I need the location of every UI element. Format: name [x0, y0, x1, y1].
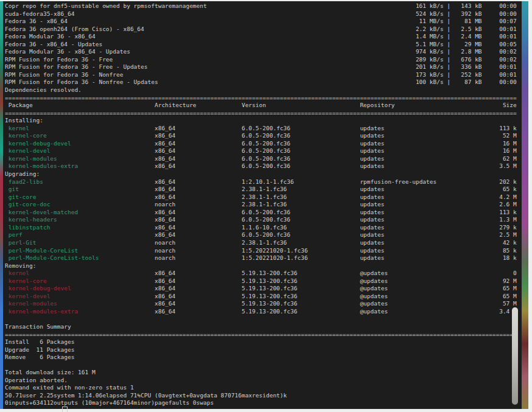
package-row-details: x86_64 5.19.13-200.fc36 @updates 65 M: [71, 285, 517, 292]
download-line: Fedora Modular 36 - x86_64 1.4 MB/s | 2.…: [5, 33, 522, 41]
package-row-details: x86_64 6.0.5-200.fc36 updates 62 M: [57, 155, 517, 162]
package-row-details: noarch 2.38.1-1.fc36 updates 2.6 M: [50, 201, 516, 208]
summary-count-line: Install 6 Packages: [5, 338, 522, 346]
package-row-details: x86_64 6.0.5-200.fc36 updates 2.5 M: [23, 231, 517, 238]
package-row-details: x86_64 1:2.10.1-1.fc36 rpmfusion-free-up…: [43, 178, 517, 185]
package-name: perl-Git: [5, 239, 36, 246]
package-row: kernel x86_64 6.0.5-200.fc36 updates 113…: [5, 125, 522, 133]
package-row: kernel-modules x86_64 6.0.5-200.fc36 upd…: [5, 155, 522, 163]
package-name: perf: [5, 231, 23, 238]
package-row-details: x86_64 6.0.5-200.fc36 updates 1.3 M: [57, 216, 517, 223]
package-row-details: x86_64 5.19.13-200.fc36 @updates 3.4 M: [78, 308, 517, 315]
package-name: kernel-debug-devel: [5, 140, 71, 147]
package-row: kernel-devel-matched x86_64 6.0.5-200.fc…: [5, 209, 522, 217]
package-name: kernel-modules-extra: [5, 162, 78, 169]
separator-line: ========================================…: [5, 110, 522, 117]
package-row-details: x86_64 6.0.5-200.fc36 updates 52 M: [47, 132, 517, 139]
download-line: RPM Fusion for Fedora 36 - Free 289 kB/s…: [5, 56, 522, 64]
package-name: kernel-modules-extra: [5, 308, 78, 315]
terminal-window[interactable]: Copr repo for dnf5-unstable owned by rpm…: [0, 1, 528, 409]
download-line: Copr repo for dnf5-unstable owned by rpm…: [5, 2, 522, 10]
package-name: kernel-core: [5, 278, 47, 284]
footer-line: 0inputs+634112outputs (10major+467164min…: [5, 399, 522, 407]
download-line: cuda-fedora35-x86_64 524 kB/s | 392 kB 0…: [5, 10, 522, 18]
package-name: kernel-headers: [5, 216, 57, 223]
package-row-details: noarch 2.38.1-1.fc36 updates 42 k: [36, 239, 516, 246]
blank-line: [5, 315, 522, 323]
download-line: Fedora 36 - x86_64 - Updates 5.1 MB/s | …: [5, 41, 522, 49]
download-line: RPM Fusion for Fedora 36 - Nonfree - Upd…: [5, 79, 522, 86]
package-name: faad2-libs: [5, 178, 43, 185]
package-row-details: x86_64 6.0.5-200.fc36 updates 113 k: [78, 209, 517, 215]
package-row-details: x86_64 6.0.5-200.fc36 updates 16 M: [50, 147, 516, 154]
package-name: perl-Module-CoreList: [5, 247, 78, 254]
package-row-details: x86_64 5.19.13-200.fc36 @updates 92 M: [47, 278, 517, 284]
package-name: kernel-debug-devel: [5, 285, 71, 292]
package-name: kernel-modules: [5, 300, 57, 307]
package-row: perl-Module-CoreList-tools noarch 1:5.20…: [5, 254, 522, 262]
download-line: Fedora 36 - x86_64 11 MB/s | 81 MB 00:07: [5, 18, 522, 26]
download-line: Fedora Modular 36 - x86_64 - Updates 974…: [5, 48, 522, 56]
package-row: kernel-debug-devel x86_64 6.0.5-200.fc36…: [5, 140, 522, 148]
section-label-line: Upgrading:: [5, 170, 522, 178]
separator-line: ========================================…: [5, 94, 522, 102]
package-name: perl-Module-CoreList-tools: [5, 254, 99, 261]
scrollbar-thumb[interactable]: [512, 307, 518, 405]
footer-line: 50.71user 2.25system 1:14.06elapsed 71%C…: [5, 392, 522, 400]
package-row-details: x86_64 6.0.5-200.fc36 updates 3.5 M: [78, 162, 517, 169]
package-row-details: x86_64 5.19.13-200.fc36 @updates 0: [29, 270, 517, 276]
package-row: git-core-doc noarch 2.38.1-1.fc36 update…: [5, 201, 522, 209]
package-row-details: x86_64 6.0.5-200.fc36 updates 113 k: [29, 125, 517, 131]
terminal-cursor: [62, 407, 68, 412]
package-row: kernel-debug-devel x86_64 5.19.13-200.fc…: [5, 285, 522, 293]
package-row-details: x86_64 5.19.13-200.fc36 @updates 57 M: [57, 300, 517, 307]
package-row-details: x86_64 2.38.1-1.fc36 updates 4.2 M: [36, 194, 516, 200]
download-line: RPM Fusion for Fedora 36 - Nonfree 173 k…: [5, 71, 522, 79]
package-row: git x86_64 2.38.1-1.fc36 updates 65 k: [5, 186, 522, 194]
window-edge-right: [522, 1, 528, 409]
package-row: perf x86_64 6.0.5-200.fc36 updates 2.5 M: [5, 231, 522, 239]
table-header-line: Package Architecture Version Repository …: [5, 102, 522, 110]
package-name: libinstpatch: [5, 224, 50, 231]
package-row-details: x86_64 2.38.1-1.fc36 updates 65 k: [19, 186, 517, 192]
package-row: kernel-core x86_64 6.0.5-200.fc36 update…: [5, 132, 522, 140]
footer-line: Command exited with non-zero status 1: [5, 384, 522, 392]
blank-line: [5, 361, 522, 369]
package-name: git-core: [5, 194, 36, 200]
footer-line: Operation aborted.: [5, 377, 522, 385]
package-row: kernel x86_64 5.19.13-200.fc36 @updates …: [5, 270, 522, 278]
footer-line: Total download size: 161 M: [5, 369, 522, 377]
package-name: kernel: [5, 125, 29, 131]
package-row-details: noarch 1:5.20221020-1.fc36 updates 18 k: [99, 254, 516, 261]
section-label-line: Removing:: [5, 262, 522, 270]
desktop-background: Copr repo for dnf5-unstable owned by rpm…: [0, 0, 532, 412]
package-row-details: noarch 1:5.20221020-1.fc36 updates 85 k: [78, 247, 517, 254]
package-row: faad2-libs x86_64 1:2.10.1-1.fc36 rpmfus…: [5, 178, 522, 186]
package-row-details: x86_64 5.19.13-200.fc36 @updates 65 M: [50, 293, 516, 299]
package-name: kernel-devel: [5, 293, 50, 299]
package-row: kernel-modules-extra x86_64 6.0.5-200.fc…: [5, 162, 522, 170]
package-row: kernel-modules-extra x86_64 5.19.13-200.…: [5, 308, 522, 316]
package-row: kernel-devel x86_64 6.0.5-200.fc36 updat…: [5, 147, 522, 155]
summary-count-line: Upgrade 11 Packages: [5, 346, 522, 354]
package-row-details: x86_64 6.0.5-200.fc36 updates 16 M: [71, 140, 517, 147]
package-row: perl-Git noarch 2.38.1-1.fc36 updates 42…: [5, 239, 522, 247]
package-row: git-core x86_64 2.38.1-1.fc36 updates 4.…: [5, 194, 522, 201]
separator-line: ========================================…: [5, 331, 522, 339]
package-row-details: x86_64 1.1.6-10.fc36 updates 279 k: [50, 224, 516, 231]
package-row: kernel-headers x86_64 6.0.5-200.fc36 upd…: [5, 216, 522, 224]
summary-count-line: Remove 6 Packages: [5, 354, 522, 361]
download-line: Fedora 36 openh264 (From Cisco) - x86_64…: [5, 26, 522, 33]
package-row: perl-Module-CoreList noarch 1:5.20221020…: [5, 247, 522, 255]
package-name: kernel-core: [5, 132, 47, 139]
package-name: kernel-modules: [5, 155, 57, 162]
download-line: RPM Fusion for Fedora 36 - Free - Update…: [5, 63, 522, 71]
terminal-screen[interactable]: Copr repo for dnf5-unstable owned by rpm…: [3, 1, 522, 409]
package-name: git-core-doc: [5, 201, 50, 208]
package-row: libinstpatch x86_64 1.1.6-10.fc36 update…: [5, 224, 522, 232]
section-label-line: Installing:: [5, 117, 522, 125]
package-name: kernel-devel: [5, 147, 50, 154]
package-name: git: [5, 186, 19, 192]
package-name: kernel-devel-matched: [5, 209, 78, 215]
package-name: kernel: [5, 270, 29, 276]
